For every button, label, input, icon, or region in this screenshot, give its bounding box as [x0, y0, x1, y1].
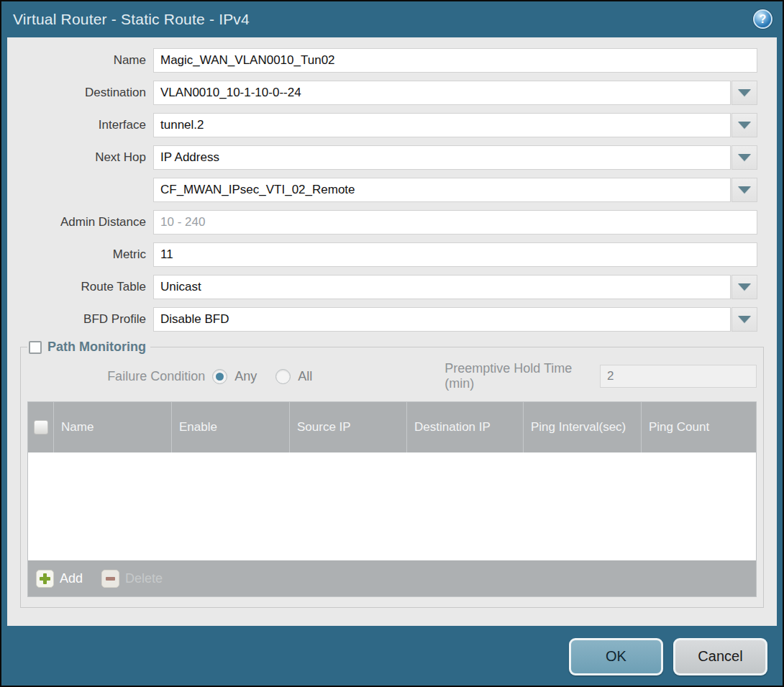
dialog-title: Virtual Router - Static Route - IPv4 [13, 11, 250, 28]
path-monitoring-checkbox[interactable] [29, 341, 42, 354]
destination-input[interactable] [153, 81, 731, 105]
metric-label: Metric [7, 247, 153, 262]
admin-distance-input[interactable] [153, 210, 757, 235]
help-icon[interactable]: ? [753, 9, 772, 29]
next-hop-type-dropdown-button[interactable] [731, 145, 757, 170]
radio-all-label: All [298, 369, 312, 384]
metric-input[interactable] [153, 242, 757, 267]
form-row-route-table: Route Table [7, 275, 757, 299]
bfd-profile-dropdown-button[interactable] [731, 307, 757, 332]
route-table-dropdown-button[interactable] [731, 275, 757, 299]
form-row-name: Name [7, 48, 757, 73]
table-body-empty[interactable] [28, 452, 756, 560]
table-header-checkbox-cell [28, 402, 54, 452]
next-hop-address-dropdown-button[interactable] [731, 178, 757, 202]
titlebar: Virtual Router - Static Route - IPv4 ? [1, 1, 783, 37]
failure-condition-option-all: All [275, 369, 312, 384]
chevron-down-icon [738, 122, 751, 129]
column-header-ping-count[interactable]: Ping Count [642, 402, 756, 452]
chevron-down-icon [738, 89, 751, 96]
column-header-destination-ip[interactable]: Destination IP [407, 402, 524, 452]
chevron-down-icon [738, 154, 751, 161]
form-row-next-hop-value [7, 178, 757, 202]
column-header-source-ip[interactable]: Source IP [290, 402, 407, 452]
form-row-bfd-profile: BFD Profile [7, 307, 757, 332]
next-hop-label: Next Hop [7, 150, 153, 165]
next-hop-address-input[interactable] [153, 178, 731, 202]
failure-condition-label: Failure Condition [27, 369, 212, 384]
path-monitoring-title: Path Monitoring [47, 340, 146, 355]
route-table-input[interactable] [153, 275, 731, 299]
dialog-footer: OK Cancel [1, 626, 783, 687]
radio-dot [216, 373, 224, 381]
interface-dropdown-button[interactable] [731, 113, 757, 137]
form-row-admin-distance: Admin Distance [7, 210, 757, 235]
interface-input[interactable] [153, 113, 731, 137]
chevron-down-icon [738, 186, 751, 194]
plus-icon [36, 570, 54, 588]
form-row-destination: Destination [7, 81, 757, 105]
radio-any-label: Any [234, 369, 257, 384]
select-all-checkbox[interactable] [34, 420, 48, 435]
add-button[interactable]: Add [36, 570, 83, 588]
chevron-down-icon [738, 316, 751, 323]
name-label: Name [7, 53, 153, 68]
chevron-down-icon [738, 283, 751, 291]
static-route-dialog: Virtual Router - Static Route - IPv4 ? N… [0, 0, 784, 687]
route-table-label: Route Table [7, 280, 153, 294]
table-toolbar: Add Delete [28, 560, 756, 596]
table-header-row: Name Enable Source IP Destination IP Pin… [28, 402, 756, 452]
bfd-profile-input[interactable] [153, 307, 731, 332]
delete-button[interactable]: Delete [101, 570, 163, 588]
form-row-metric: Metric [7, 242, 757, 267]
path-monitoring-section: Path Monitoring Failure Condition Any Al… [20, 340, 764, 608]
destination-label: Destination [7, 86, 153, 100]
add-button-label: Add [60, 571, 83, 586]
dialog-content: Name Destination Interface [7, 37, 777, 626]
failure-condition-option-any: Any [212, 369, 257, 384]
minus-icon [101, 570, 119, 588]
path-monitoring-legend: Path Monitoring [27, 340, 150, 355]
preemptive-hold-time-input[interactable] [600, 365, 757, 388]
form-row-interface: Interface [7, 113, 757, 137]
destination-dropdown-button[interactable] [731, 81, 757, 105]
cancel-button[interactable]: Cancel [673, 638, 767, 675]
delete-button-label: Delete [125, 571, 163, 586]
radio-all[interactable] [275, 369, 291, 384]
ok-button[interactable]: OK [569, 638, 663, 675]
admin-distance-label: Admin Distance [7, 215, 153, 229]
form-row-next-hop: Next Hop [7, 145, 757, 170]
name-input[interactable] [153, 48, 757, 73]
column-header-enable[interactable]: Enable [172, 402, 290, 452]
path-monitoring-table: Name Enable Source IP Destination IP Pin… [27, 401, 757, 597]
bfd-profile-label: BFD Profile [7, 312, 153, 327]
interface-label: Interface [7, 118, 153, 132]
column-header-ping-interval[interactable]: Ping Interval(sec) [524, 402, 642, 452]
column-header-name[interactable]: Name [54, 402, 172, 452]
preemptive-hold-time-label: Preemptive Hold Time (min) [445, 361, 593, 391]
radio-any[interactable] [212, 369, 227, 384]
failure-condition-row: Failure Condition Any All Preemptive Hol… [27, 363, 757, 389]
next-hop-type-input[interactable] [153, 145, 731, 170]
